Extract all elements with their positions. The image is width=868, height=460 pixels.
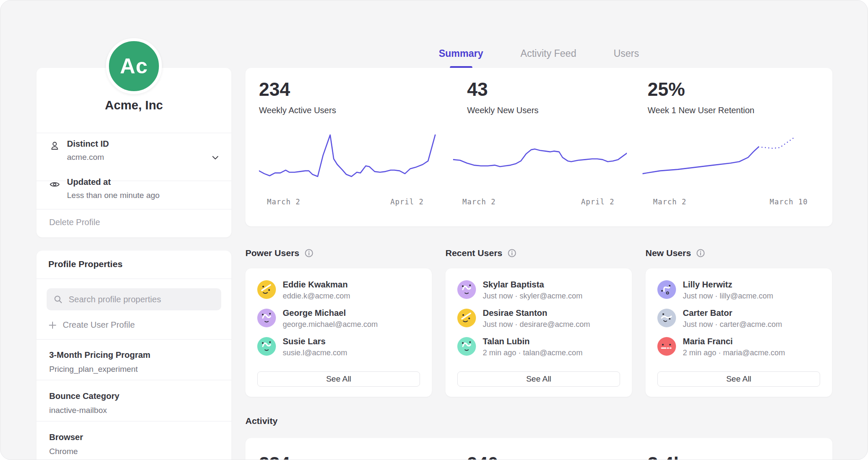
doodle-face-icon: [257, 280, 276, 299]
user-row[interactable]: Skylar Baptista Just now · skyler@acme.c…: [457, 279, 620, 300]
avatar: [657, 309, 676, 327]
info-icon[interactable]: [304, 248, 314, 258]
avatar: [457, 337, 476, 356]
activity-stat-value: 3.4k: [648, 453, 684, 460]
recent-users-header: Recent Users: [445, 248, 632, 259]
new-users-card: Lilly Herwitz Just now · lilly@acme.com …: [645, 268, 832, 397]
see-all-button[interactable]: See All: [457, 371, 620, 387]
create-user-profile-button[interactable]: Create User Profile: [48, 320, 135, 330]
property-value: Chrome: [49, 446, 231, 457]
info-icon[interactable]: [696, 248, 705, 258]
doodle-face-icon: [457, 280, 476, 299]
property-row[interactable]: 3-Month Pricing Program Pricing_plan_exp…: [36, 339, 231, 380]
person-icon: [49, 140, 60, 151]
x-tick: March 2: [462, 198, 496, 206]
search-input[interactable]: [68, 294, 214, 305]
chevron-down-icon[interactable]: [210, 153, 220, 163]
retention-sparkline: [643, 127, 818, 198]
tab-summary[interactable]: Summary: [439, 48, 483, 69]
company-name: Acme, Inc: [36, 98, 231, 112]
plus-icon: [48, 321, 57, 329]
user-detail: Just now · desirare@acme.com: [483, 320, 590, 329]
property-row[interactable]: Bounce Category inactive-mailbox: [36, 380, 231, 421]
company-avatar: Ac: [106, 38, 162, 94]
avatar: [257, 337, 276, 356]
activity-title: Activity: [245, 416, 278, 426]
retention-label: Week 1 New User Retention: [648, 105, 754, 115]
profile-properties-search[interactable]: [47, 288, 221, 310]
see-all-button[interactable]: See All: [257, 371, 420, 387]
user-row[interactable]: Carter Bator Just now · carter@acme.com: [657, 307, 820, 329]
doodle-face-icon: [257, 309, 276, 327]
user-name: Eddie Kwakman: [283, 279, 350, 290]
tab-activity-feed[interactable]: Activity Feed: [520, 48, 576, 69]
company-avatar-initials: Ac: [120, 54, 148, 78]
user-detail: 2 min ago · talan@acme.com: [483, 348, 582, 357]
user-name: Carter Bator: [683, 307, 782, 318]
x-tick: March 10: [770, 198, 808, 206]
x-tick: April 2: [390, 198, 424, 206]
new-users-section: New Users Lilly Herwitz Just now · lilly…: [645, 248, 832, 259]
power-users-title: Power Users: [245, 248, 299, 258]
user-detail: george.michael@acme.com: [283, 320, 378, 329]
avatar: [657, 280, 676, 299]
company-profile-card: Ac Acme, Inc Distinct ID acme.com Update…: [36, 68, 231, 237]
activity-stat-value: 234: [259, 453, 290, 460]
updated-at-label: Updated at: [67, 177, 111, 187]
doodle-face-icon: [657, 280, 676, 299]
weekly-active-users-label: Weekly Active Users: [259, 105, 336, 115]
distinct-id-value: acme.com: [67, 153, 104, 162]
search-icon: [53, 295, 63, 304]
user-row[interactable]: George Michael george.michael@acme.com: [257, 307, 420, 329]
tab-users[interactable]: Users: [614, 48, 639, 69]
weekly-new-users-value: 43: [467, 79, 488, 100]
doodle-face-icon: [457, 337, 476, 356]
user-name: Susie Lars: [283, 336, 347, 347]
eye-icon: [49, 179, 60, 190]
tab-summary-label: Summary: [439, 48, 483, 59]
user-row[interactable]: Eddie Kwakman eddie.k@acme.com: [257, 279, 420, 300]
user-row[interactable]: Talan Lubin 2 min ago · talan@acme.com: [457, 336, 620, 357]
property-name: Bounce Category: [49, 390, 231, 401]
info-icon[interactable]: [507, 248, 517, 258]
user-detail: Just now · carter@acme.com: [683, 320, 782, 329]
user-row[interactable]: Susie Lars susie.l@acme.com: [257, 336, 420, 357]
user-name: Desirae Stanton: [483, 307, 590, 318]
updated-at-value: Less than one minute ago: [67, 191, 160, 200]
power-users-section: Power Users Eddie Kwakman eddie.k@acme.c…: [245, 248, 432, 259]
doodle-face-icon: [657, 337, 676, 356]
user-row[interactable]: Lilly Herwitz Just now · lilly@acme.com: [657, 279, 820, 300]
property-name: Browser: [49, 432, 231, 443]
retention-value: 25%: [648, 79, 685, 100]
power-users-card: Eddie Kwakman eddie.k@acme.com George Mi…: [245, 268, 432, 397]
delete-profile-button[interactable]: Delete Profile: [49, 217, 100, 227]
avatar: [457, 280, 476, 299]
user-detail: 2 min ago · maria@acme.com: [683, 348, 785, 357]
user-row[interactable]: Maria Franci 2 min ago · maria@acme.com: [657, 336, 820, 357]
distinct-id-label: Distinct ID: [67, 139, 109, 149]
user-row[interactable]: Desirae Stanton Just now · desirare@acme…: [457, 307, 620, 329]
avatar: [657, 337, 676, 356]
x-tick: April 2: [581, 198, 615, 206]
user-detail: susie.l@acme.com: [283, 348, 347, 357]
property-value: Pricing_plan_experiment: [49, 364, 231, 374]
create-user-profile-label: Create User Profile: [63, 320, 135, 330]
user-name: Skylar Baptista: [483, 279, 582, 290]
user-name: Lilly Herwitz: [683, 279, 773, 290]
activity-stat-value: 940: [467, 453, 498, 460]
divider: [36, 279, 231, 279]
property-row[interactable]: Browser Chrome: [36, 421, 231, 460]
profile-tabs: Summary Activity Feed Users: [245, 48, 832, 69]
doodle-face-icon: [457, 309, 476, 327]
see-all-button[interactable]: See All: [657, 371, 820, 387]
user-detail: Just now · lilly@acme.com: [683, 291, 773, 301]
weekly-active-users-value: 234: [259, 79, 290, 100]
profile-properties-title: Profile Properties: [48, 259, 122, 269]
doodle-face-icon: [257, 337, 276, 356]
weekly-new-users-sparkline: [453, 127, 627, 198]
summary-card: 234 Weekly Active Users 43 Weekly New Us…: [245, 68, 832, 226]
activity-card: 234 940 3.4k: [245, 438, 832, 460]
weekly-active-users-sparkline: [259, 127, 437, 198]
profile-dashboard-window: Ac Acme, Inc Distinct ID acme.com Update…: [0, 0, 868, 460]
tab-users-label: Users: [614, 48, 639, 59]
